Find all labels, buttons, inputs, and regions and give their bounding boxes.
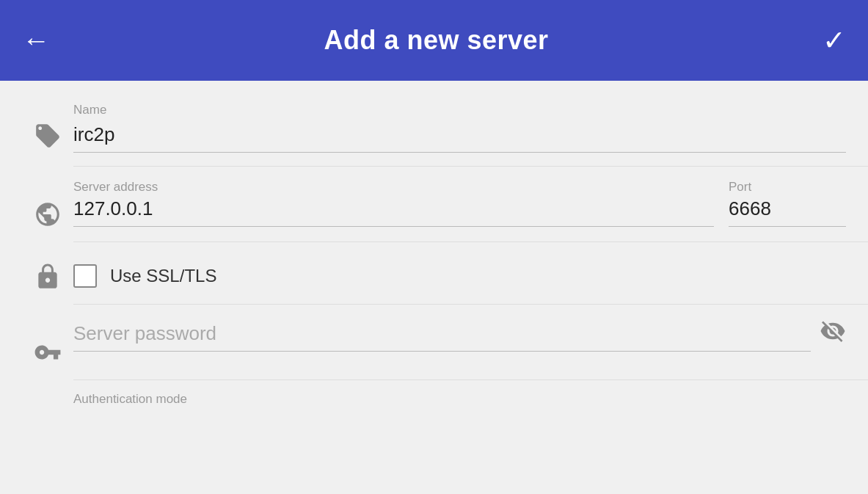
- port-field: Port: [729, 180, 846, 227]
- confirm-button[interactable]: ✓: [823, 24, 846, 57]
- name-row: Name: [0, 88, 868, 166]
- page-title: Add a new server: [324, 25, 548, 56]
- password-row: [0, 305, 868, 379]
- port-input[interactable]: [729, 195, 846, 227]
- server-address-field: Server address: [73, 180, 714, 227]
- password-input-wrap: [73, 319, 811, 352]
- form-content: Name Server address Port: [0, 81, 868, 414]
- name-icon: [22, 101, 73, 150]
- back-button[interactable]: ←: [22, 25, 50, 57]
- port-label: Port: [729, 180, 751, 194]
- visibility-off-icon: [820, 318, 846, 344]
- server-address-input[interactable]: [73, 195, 714, 227]
- auth-mode-section: Authentication mode: [0, 380, 868, 407]
- name-label: Name: [73, 103, 846, 117]
- ssl-checkbox[interactable]: [73, 264, 97, 288]
- server-address-label: Server address: [73, 180, 158, 194]
- name-input[interactable]: [73, 120, 846, 153]
- key-icon: [34, 338, 62, 366]
- password-input[interactable]: [73, 319, 811, 352]
- ssl-icon: [22, 255, 73, 291]
- server-icon: [22, 180, 73, 228]
- server-address-port-row: Server address Port: [73, 180, 846, 227]
- auth-mode-label: Authentication mode: [73, 392, 187, 406]
- password-input-row: [73, 318, 846, 353]
- server-address-row: Server address Port: [0, 167, 868, 241]
- server-address-fields: Server address Port: [73, 180, 846, 227]
- ssl-label[interactable]: Use SSL/TLS: [110, 266, 216, 286]
- tag-icon: [34, 122, 62, 150]
- password-fields: [73, 318, 846, 353]
- name-fields: Name: [73, 101, 846, 153]
- globe-icon: [34, 200, 62, 228]
- password-icon: [22, 318, 73, 366]
- toggle-visibility-button[interactable]: [811, 318, 846, 353]
- lock-icon: [34, 263, 62, 291]
- ssl-field: Use SSL/TLS: [73, 255, 846, 288]
- app-header: ← Add a new server ✓: [0, 0, 868, 81]
- ssl-row: Use SSL/TLS: [0, 242, 868, 304]
- ssl-checkbox-row: Use SSL/TLS: [73, 255, 846, 288]
